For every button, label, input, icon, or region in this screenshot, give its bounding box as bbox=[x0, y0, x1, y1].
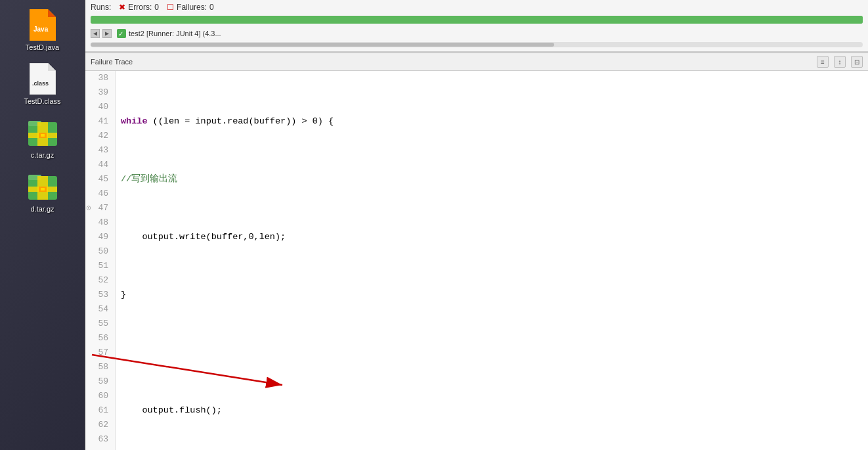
line-numbers: 38 39 40 41 42 43 44 45 46 47 48 49 50 5… bbox=[85, 71, 116, 450]
code-line-41: } bbox=[121, 288, 868, 302]
ln-41: 41 bbox=[85, 114, 111, 129]
ln-63: 63 bbox=[85, 432, 111, 447]
test-tree-item[interactable]: ✓ test2 [Runner: JUnit 4] (4.3... bbox=[114, 28, 224, 39]
ln-46: 46 bbox=[85, 187, 111, 201]
ln-60: 60 bbox=[85, 389, 111, 403]
ln-55: 55 bbox=[85, 317, 111, 331]
svg-rect-11 bbox=[41, 134, 45, 137]
failures-stat: ☐ Failures: 0 bbox=[167, 3, 214, 12]
nav-left-arrow[interactable]: ◀ bbox=[91, 29, 100, 38]
ln-53: 53 bbox=[85, 288, 111, 302]
testd-java-icon[interactable]: Java TestD.java bbox=[10, 7, 76, 54]
ide-container: Runs: ✖ Errors: 0 ☐ Failures: 0 ◀ ▶ ✓ bbox=[85, 0, 868, 450]
test-tree-label: test2 [Runner: JUnit 4] (4.3... bbox=[129, 30, 221, 37]
code-line-40: output.write(buffer,0,len); bbox=[121, 230, 868, 244]
failures-count: 0 bbox=[209, 3, 214, 12]
errors-label: Errors: bbox=[128, 3, 152, 12]
svg-text:✓: ✓ bbox=[118, 30, 123, 37]
ln-42: 42 bbox=[85, 129, 111, 143]
code-line-43: output.flush(); bbox=[121, 403, 868, 418]
c-tar-gz-icon[interactable]: c.tar.gz bbox=[10, 114, 76, 162]
ln-57: 57 bbox=[85, 346, 111, 360]
code-line-39: //写到输出流 bbox=[121, 172, 868, 187]
errors-stat: ✖ Errors: 0 bbox=[119, 3, 159, 12]
testd-class-label: TestD.class bbox=[24, 97, 60, 105]
code-line-42 bbox=[121, 346, 868, 360]
c-tar-gz-label: c.tar.gz bbox=[31, 151, 54, 159]
progress-bar-fill bbox=[91, 16, 863, 24]
d-tar-gz-icon[interactable]: d.tar.gz bbox=[10, 168, 76, 215]
code-editor: Failure Trace ≡ ↕ ⊡ 38 39 40 41 42 43 44… bbox=[85, 53, 868, 450]
trace-btn-3[interactable]: ⊡ bbox=[851, 56, 863, 68]
nav-right-arrow[interactable]: ▶ bbox=[102, 29, 112, 38]
failure-icon: ☐ bbox=[167, 3, 174, 12]
ln-45: 45 bbox=[85, 172, 111, 187]
ln-47: 47 bbox=[85, 201, 111, 215]
ln-61: 61 bbox=[85, 403, 111, 418]
svg-rect-17 bbox=[41, 188, 45, 191]
ln-59: 59 bbox=[85, 374, 111, 389]
ln-54: 54 bbox=[85, 302, 111, 317]
test-pass-icon: ✓ bbox=[117, 29, 126, 38]
failures-label: Failures: bbox=[177, 3, 207, 12]
ln-56: 56 bbox=[85, 331, 111, 346]
horizontal-scrollbar[interactable] bbox=[91, 42, 863, 47]
failure-trace-bar: Failure Trace ≡ ↕ ⊡ bbox=[85, 53, 868, 71]
ln-51: 51 bbox=[85, 259, 111, 273]
testd-class-icon[interactable]: .class TestD.class bbox=[10, 60, 76, 108]
errors-count: 0 bbox=[154, 3, 159, 12]
svg-text:Java: Java bbox=[33, 26, 49, 33]
ln-40: 40 bbox=[85, 100, 111, 114]
ln-62: 62 bbox=[85, 418, 111, 432]
code-area: 38 39 40 41 42 43 44 45 46 47 48 49 50 5… bbox=[85, 71, 868, 450]
test-runner-header: Runs: ✖ Errors: 0 ☐ Failures: 0 bbox=[91, 3, 863, 12]
testd-java-label: TestD.java bbox=[26, 43, 59, 51]
ln-39: 39 bbox=[85, 85, 111, 100]
d-tar-gz-label: d.tar.gz bbox=[30, 205, 54, 213]
progress-bar-container bbox=[91, 16, 863, 24]
code-line-38: while ((len = input.read(buffer)) > 0) { bbox=[121, 114, 868, 129]
ln-64: 64 bbox=[85, 447, 111, 450]
trace-btn-1[interactable]: ≡ bbox=[817, 56, 829, 68]
ln-49: 49 bbox=[85, 230, 111, 244]
svg-marker-4 bbox=[48, 63, 56, 71]
svg-text:.class: .class bbox=[32, 80, 49, 87]
ln-38: 38 bbox=[85, 71, 111, 85]
ln-50: 50 bbox=[85, 244, 111, 259]
test-runner-panel: Runs: ✖ Errors: 0 ☐ Failures: 0 ◀ ▶ ✓ bbox=[85, 0, 868, 53]
error-icon: ✖ bbox=[119, 3, 125, 12]
runs-label: Runs: bbox=[91, 3, 111, 12]
ln-43: 43 bbox=[85, 143, 111, 158]
failure-trace-label: Failure Trace bbox=[91, 58, 133, 66]
ln-58: 58 bbox=[85, 360, 111, 374]
desktop-sidebar: Java TestD.java .class TestD.class bbox=[0, 0, 85, 450]
code-content[interactable]: while ((len = input.read(buffer)) > 0) {… bbox=[116, 71, 868, 450]
ln-44: 44 bbox=[85, 158, 111, 172]
ln-48: 48 bbox=[85, 215, 111, 230]
trace-btn-2[interactable]: ↕ bbox=[834, 56, 846, 68]
svg-marker-1 bbox=[48, 9, 56, 17]
ln-52: 52 bbox=[85, 273, 111, 288]
scrollbar-thumb bbox=[91, 43, 554, 47]
